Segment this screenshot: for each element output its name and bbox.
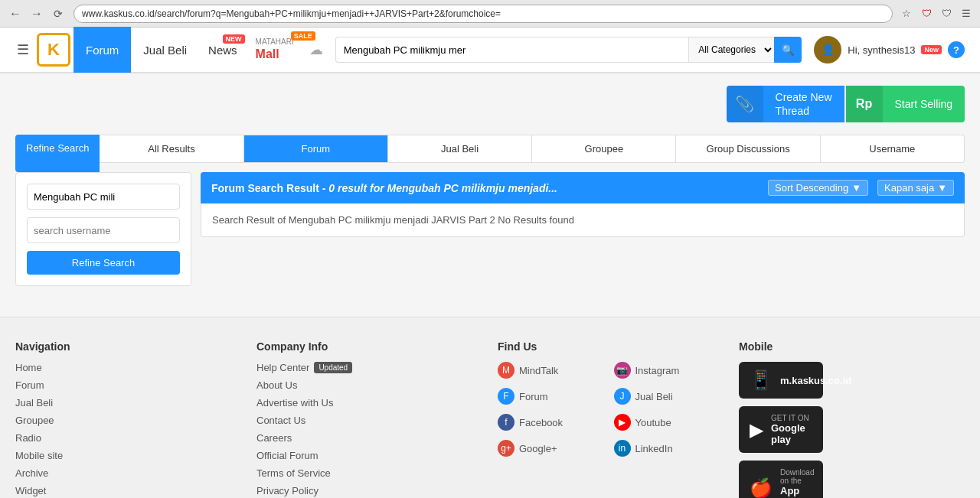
footer-find-us: Find Us M MindTalk 📷 Instagram F Forum J… <box>498 340 724 498</box>
mobile-icon: 📱 <box>750 369 773 391</box>
create-thread-label: Create New Thread <box>763 90 844 118</box>
footer: Navigation Home Forum Jual Beli Groupee … <box>0 317 980 498</box>
tab-all-results[interactable]: All Results <box>100 135 243 162</box>
footer-link-official-forum[interactable]: Official Forum <box>256 450 482 461</box>
footer-link-home[interactable]: Home <box>15 362 241 373</box>
start-selling-button[interactable]: Rp Start Selling <box>846 86 965 122</box>
create-thread-button[interactable]: 📎 Create New Thread <box>727 86 844 122</box>
kaskus-logo[interactable]: K <box>37 33 70 67</box>
social-google-plus[interactable]: g+ Google+ <box>498 440 608 457</box>
results-header: Forum Search Result - 0 result for Mengu… <box>201 172 965 203</box>
social-instagram[interactable]: 📷 Instagram <box>614 362 724 379</box>
address-bar[interactable] <box>74 5 893 23</box>
tab-bar: All Results Forum Jual Beli Groupee Grou… <box>100 135 965 163</box>
mall-logo[interactable]: MATAHARI Mall SALE <box>247 27 303 73</box>
category-select[interactable]: All Categories <box>688 37 774 63</box>
sidebar-refine-button[interactable]: Refine Search <box>27 251 180 275</box>
tab-group-discussions[interactable]: Group Discussions <box>676 135 820 162</box>
avatar: 👤 <box>814 36 841 63</box>
mobile-site-button[interactable]: 📱 m.kaskus.co.id <box>739 362 823 399</box>
footer-mobile: Mobile 📱 m.kaskus.co.id ▶ GET IT ON Goog… <box>739 340 965 498</box>
footer-link-mobile-site[interactable]: Mobile site <box>15 450 241 461</box>
forward-button[interactable]: → <box>28 5 46 23</box>
hi-text: Hi, synthesis13 <box>848 44 915 56</box>
cloud-icon[interactable]: ☁ <box>303 41 329 58</box>
footer-link-radio[interactable]: Radio <box>15 432 241 444</box>
navigation-title: Navigation <box>15 340 241 353</box>
results-body: Search Result of Mengubah PC milikmju me… <box>201 203 965 237</box>
menu-icon[interactable]: ☰ <box>959 6 974 21</box>
footer-link-advertise[interactable]: Advertise with Us <box>256 397 482 408</box>
search-bar: All Categories 🔍 <box>335 37 802 63</box>
linkedin-icon: in <box>614 440 631 457</box>
instagram-icon: 📷 <box>614 362 631 379</box>
tab-username[interactable]: Username <box>821 135 964 162</box>
social-linkedin[interactable]: in LinkedIn <box>614 440 724 457</box>
back-button[interactable]: ← <box>6 5 24 23</box>
news-new-badge: NEW <box>223 34 245 44</box>
footer-link-groupee[interactable]: Groupee <box>15 415 241 426</box>
sort-dropdown[interactable]: Sort Descending ▼ <box>768 180 868 196</box>
content-wrapper: Refine Search Forum Search Result - 0 re… <box>15 172 965 286</box>
sidebar-username-input[interactable] <box>27 217 180 243</box>
mindtalk-icon: M <box>498 362 514 379</box>
search-input[interactable] <box>335 37 689 63</box>
jualbeli-icon: J <box>614 388 631 405</box>
news-nav-tab[interactable]: News NEW <box>199 27 247 73</box>
user-area: 👤 Hi, synthesis13 New ? <box>808 36 971 63</box>
footer-grid: Navigation Home Forum Jual Beli Groupee … <box>15 340 965 498</box>
left-sidebar: Refine Search <box>15 172 191 286</box>
help-button[interactable]: ? <box>948 41 965 58</box>
sidebar-search-input[interactable] <box>27 184 180 210</box>
footer-link-widget[interactable]: Widget <box>15 485 241 496</box>
footer-link-archive[interactable]: Archive <box>15 467 241 479</box>
footer-company: Company Info Help Center Updated About U… <box>256 340 482 498</box>
results-area: Forum Search Result - 0 result for Mengu… <box>201 172 965 286</box>
footer-link-jual-beli[interactable]: Jual Beli <box>15 397 241 408</box>
tab-forum[interactable]: Forum <box>244 135 388 162</box>
mobile-title: Mobile <box>739 340 965 353</box>
app-store-button[interactable]: 🍎 Download on the App Store <box>739 461 823 498</box>
start-selling-label: Start Selling <box>883 98 965 110</box>
social-facebook[interactable]: f Facebook <box>498 414 608 431</box>
main-content: Refine Search All Results Forum Jual Bel… <box>0 135 980 301</box>
footer-link-privacy[interactable]: Privacy Policy <box>256 485 482 496</box>
find-us-title: Find Us <box>498 340 724 353</box>
footer-link-contact-us[interactable]: Contact Us <box>256 415 482 426</box>
action-buttons-row: 📎 Create New Thread Rp Start Selling <box>0 73 980 135</box>
shield-red-icon: 🛡 <box>919 6 934 21</box>
results-title: Forum Search Result - 0 result for Mengu… <box>211 182 557 194</box>
search-button[interactable]: 🔍 <box>774 37 802 63</box>
hamburger-button[interactable]: ☰ <box>9 36 37 63</box>
social-jual-beli[interactable]: J Jual Beli <box>614 388 724 405</box>
refresh-button[interactable]: ⟳ <box>49 5 67 23</box>
footer-link-careers[interactable]: Careers <box>256 432 482 444</box>
sort-controls: Sort Descending ▼ Kapan saja ▼ <box>768 180 954 196</box>
tab-jual-beli[interactable]: Jual Beli <box>388 135 532 162</box>
company-title: Company Info <box>256 340 482 353</box>
tab-groupee[interactable]: Groupee <box>532 135 676 162</box>
rp-icon: Rp <box>846 86 883 122</box>
social-mindtalk[interactable]: M MindTalk <box>498 362 608 379</box>
facebook-icon: f <box>498 414 514 431</box>
footer-link-terms[interactable]: Terms of Service <box>256 467 482 479</box>
jual-beli-nav-tab[interactable]: Jual Beli <box>131 27 199 73</box>
forum-icon: F <box>498 388 514 405</box>
footer-navigation: Navigation Home Forum Jual Beli Groupee … <box>15 340 241 498</box>
time-dropdown[interactable]: Kapan saja ▼ <box>877 180 954 196</box>
sale-badge: SALE <box>291 31 315 41</box>
social-forum[interactable]: F Forum <box>498 388 608 405</box>
google-play-icon: ▶ <box>750 419 763 441</box>
refine-search-tab[interactable]: Refine Search <box>15 135 100 172</box>
youtube-icon: ▶ <box>614 414 631 431</box>
forum-nav-tab[interactable]: Forum <box>74 27 131 73</box>
star-icon[interactable]: ☆ <box>899 6 914 21</box>
help-center-row: Help Center Updated <box>256 362 482 373</box>
nav-buttons: ← → ⟳ <box>6 5 67 23</box>
footer-link-about-us[interactable]: About Us <box>256 379 482 391</box>
footer-link-help-center[interactable]: Help Center <box>256 362 309 373</box>
social-youtube[interactable]: ▶ Youtube <box>614 414 724 431</box>
google-play-button[interactable]: ▶ GET IT ON Google play <box>739 406 823 453</box>
tab-header-row: Refine Search All Results Forum Jual Bel… <box>15 135 965 172</box>
footer-link-forum[interactable]: Forum <box>15 379 241 391</box>
